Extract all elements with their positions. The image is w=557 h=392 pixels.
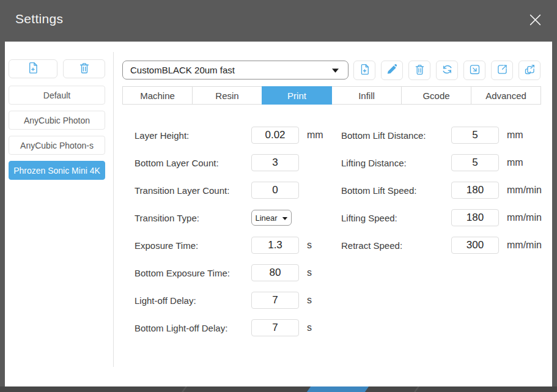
field-label: Bottom Exposure Time: — [135, 268, 251, 278]
field-label: Bottom Layer Count: — [135, 158, 251, 168]
export-profile-button[interactable] — [491, 61, 513, 80]
retract-speed-input[interactable] — [451, 237, 499, 254]
field-label: Bottom Lift Distance: — [341, 130, 451, 141]
profile-select[interactable]: CustomBLACK 20um fast — [122, 61, 349, 80]
printer-label: AnyCubic Photon — [24, 116, 90, 125]
field-label: Lifting Distance: — [341, 158, 451, 168]
background-strip — [0, 386, 557, 392]
field-label: Transition Layer Count: — [135, 185, 251, 196]
close-icon — [527, 12, 544, 31]
form-row-bottom-lift-speed: Bottom Lift Speed: mm/min — [341, 181, 542, 199]
unit-label: mm — [507, 130, 523, 141]
profile-select-value: CustomBLACK 20um fast — [130, 65, 235, 75]
light-off-delay-input[interactable] — [251, 292, 299, 309]
tab-advanced[interactable]: Advanced — [471, 86, 541, 105]
layer-height-input[interactable] — [251, 127, 299, 144]
reset-profile-button[interactable] — [436, 61, 458, 80]
form-row-transition-layer-count: Transition Layer Count: — [135, 181, 307, 199]
field-label: Bottom Light-off Delay: — [135, 323, 251, 333]
transition-layer-count-input[interactable] — [251, 182, 299, 199]
export-all-profiles-button[interactable] — [518, 61, 540, 80]
form-row-layer-height: Layer Height: mm — [135, 126, 323, 144]
form-row-retract-speed: Retract Speed: mm/min — [341, 236, 542, 254]
tab-label: Infill — [358, 91, 375, 101]
transition-type-value: Linear — [255, 213, 277, 223]
file-plus-icon — [26, 61, 40, 77]
trash-icon — [78, 61, 91, 77]
unit-label: mm/min — [507, 212, 542, 223]
bottom-exposure-time-input[interactable] — [251, 264, 299, 281]
field-label: Bottom Lift Speed: — [341, 185, 451, 196]
edit-profile-button[interactable] — [381, 61, 403, 80]
printer-label: AnyCubic Photon-s — [20, 141, 94, 150]
tab-infill[interactable]: Infill — [331, 86, 402, 105]
form-row-lifting-speed: Lifting Speed: mm/min — [341, 209, 542, 227]
chevron-down-icon — [282, 213, 288, 223]
unit-label: s — [307, 267, 312, 278]
unit-label: s — [307, 240, 312, 251]
background-line — [180, 386, 189, 392]
field-label: Lifting Speed: — [341, 213, 451, 223]
bottom-layer-count-input[interactable] — [251, 154, 299, 171]
pencil-icon — [386, 63, 398, 78]
lifting-speed-input[interactable] — [451, 209, 499, 226]
unit-label: s — [307, 322, 312, 333]
field-label: Layer Height: — [135, 130, 251, 141]
tab-machine[interactable]: Machine — [122, 86, 193, 105]
export-all-icon — [523, 63, 536, 78]
form-row-exposure-time: Exposure Time: s — [135, 236, 312, 254]
background-line — [412, 386, 421, 392]
exposure-time-input[interactable] — [251, 237, 299, 254]
field-label: Transition Type: — [135, 213, 251, 223]
tab-label: Print — [287, 91, 306, 101]
settings-window: { "window": { "title": "Settings" }, "si… — [0, 0, 557, 392]
settings-tabs: Machine Resin Print Infill Gcode Advance… — [122, 86, 541, 105]
chevron-down-icon — [331, 65, 339, 75]
tab-print[interactable]: Print — [262, 86, 332, 105]
unit-label: mm/min — [507, 185, 542, 196]
transition-type-select[interactable]: Linear — [251, 210, 292, 226]
new-profile-button[interactable] — [353, 61, 375, 80]
printer-label: Phrozen Sonic Mini 4K — [13, 166, 100, 176]
trash-icon — [413, 63, 426, 78]
form-row-bottom-exposure-time: Bottom Exposure Time: s — [135, 264, 312, 282]
field-label: Retract Speed: — [341, 240, 451, 251]
lifting-distance-input[interactable] — [451, 154, 499, 171]
tab-label: Resin — [215, 91, 238, 101]
form-row-bottom-lift-distance: Bottom Lift Distance: mm — [341, 126, 523, 144]
bottom-lift-distance-input[interactable] — [451, 127, 499, 144]
unit-label: mm — [507, 157, 523, 168]
delete-profile-button[interactable] — [408, 61, 430, 80]
unit-label: mm/min — [507, 240, 542, 251]
field-label: Exposure Time: — [135, 240, 251, 251]
printer-label: Default — [43, 91, 70, 100]
sidebar-item-anycubic-photon-s[interactable]: AnyCubic Photon-s — [9, 136, 105, 155]
tab-label: Machine — [140, 91, 175, 101]
unit-label: mm — [307, 130, 323, 141]
tab-label: Advanced — [485, 91, 526, 101]
page-title: Settings — [15, 12, 63, 26]
export-icon — [496, 63, 509, 78]
refresh-icon — [441, 63, 454, 78]
form-row-lifting-distance: Lifting Distance: mm — [341, 153, 523, 172]
bottom-lift-speed-input[interactable] — [451, 182, 499, 199]
import-profile-button[interactable] — [463, 61, 485, 80]
background-build-plate — [307, 386, 369, 392]
close-button[interactable] — [525, 11, 545, 31]
unit-label: s — [307, 295, 312, 306]
form-row-bottom-layer-count: Bottom Layer Count: — [135, 153, 307, 172]
sidebar-item-default[interactable]: Default — [9, 86, 105, 105]
import-icon — [468, 63, 481, 78]
sidebar-item-phrozen-sonic-mini-4k[interactable]: Phrozen Sonic Mini 4K — [9, 161, 105, 180]
add-printer-button[interactable] — [9, 59, 57, 78]
form-row-bottom-light-off-delay: Bottom Light-off Delay: s — [135, 319, 312, 337]
tab-resin[interactable]: Resin — [192, 86, 262, 105]
vertical-divider — [113, 52, 114, 367]
delete-printer-button[interactable] — [63, 59, 105, 78]
tab-label: Gcode — [422, 91, 449, 101]
settings-panel: Default AnyCubic Photon AnyCubic Photon-… — [5, 42, 552, 386]
bottom-light-off-delay-input[interactable] — [251, 319, 299, 336]
tab-gcode[interactable]: Gcode — [401, 86, 471, 105]
form-row-light-off-delay: Light-off Delay: s — [135, 291, 312, 309]
sidebar-item-anycubic-photon[interactable]: AnyCubic Photon — [9, 111, 105, 130]
